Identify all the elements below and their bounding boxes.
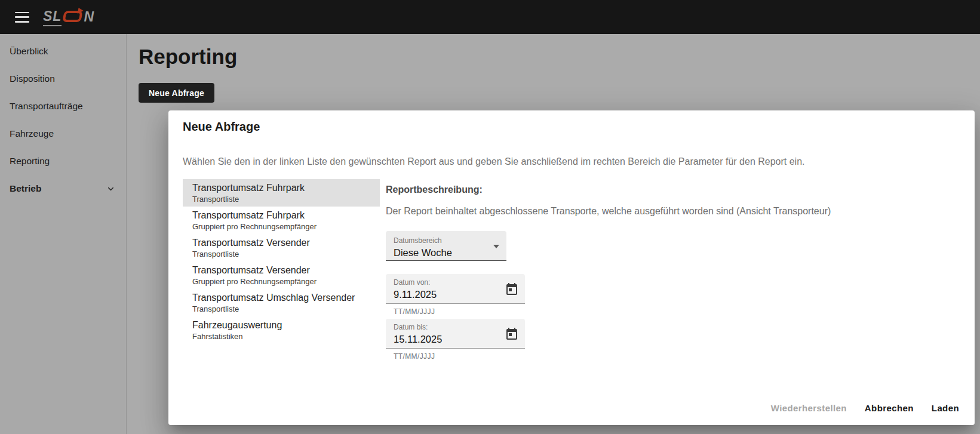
- caret-down-icon: [493, 245, 499, 248]
- date-to-value: 15.11.2025: [394, 333, 499, 346]
- report-item-title: Transportumsatz Umschlag Versender: [192, 291, 370, 304]
- sidebar-item[interactable]: Transportaufträge: [0, 93, 126, 120]
- report-list-item[interactable]: Fahrzeugauswertung Fahrstatistiken: [183, 316, 380, 344]
- sidebar-item[interactable]: Betrieb: [0, 175, 126, 202]
- sidebar-nav: Überblick Disposition Transportaufträge: [0, 34, 127, 434]
- report-item-title: Transportumsatz Versender: [192, 236, 370, 250]
- sidebar-item[interactable]: Überblick: [0, 38, 126, 65]
- sidebar-item[interactable]: Fahrzeuge: [0, 120, 126, 147]
- circular-arrow-logo-icon: [63, 11, 83, 22]
- dialog-title: Neue Abfrage: [168, 110, 975, 134]
- date-to-label: Datum bis:: [394, 323, 499, 331]
- sidebar-item-label: Überblick: [10, 46, 48, 57]
- report-list-item[interactable]: Transportumsatz Umschlag Versender Trans…: [183, 289, 380, 316]
- brand-logo-text-right: N: [84, 9, 94, 25]
- report-item-title: Fahrzeugauswertung: [192, 318, 370, 332]
- brand-logo: SL N: [43, 8, 94, 26]
- sidebar-item-label: Betrieb: [10, 183, 41, 194]
- report-item-title: Transportumsatz Fuhrpark: [192, 208, 370, 222]
- date-from-label: Datum von:: [394, 278, 499, 287]
- report-description-heading: Reportbeschreibung:: [386, 183, 960, 196]
- date-from-format-hint: TT/MM/JJJJ: [394, 307, 960, 316]
- sidebar-item-label: Fahrzeuge: [10, 128, 54, 139]
- sidebar-item-label: Reporting: [10, 156, 50, 167]
- brand-logo-text-left: SL: [43, 8, 62, 26]
- sidebar-item-label: Transportaufträge: [10, 101, 83, 112]
- report-parameters-panel: Reportbeschreibung: Der Report beinhalte…: [386, 179, 960, 361]
- date-from-value: 9.11.2025: [394, 288, 499, 301]
- report-description-text: Der Report beinhaltet abgeschlossene Tra…: [386, 205, 960, 218]
- date-range-value: Diese Woche: [394, 247, 489, 259]
- menu-icon[interactable]: [15, 12, 29, 23]
- load-button[interactable]: Laden: [926, 398, 965, 418]
- report-list-item[interactable]: Transportumsatz Versender Gruppiert pro …: [183, 261, 380, 289]
- new-query-dialog: Neue Abfrage Wählen Sie den in der linke…: [168, 110, 975, 425]
- report-item-subtitle: Transportliste: [192, 250, 370, 259]
- report-list: Transportumsatz Fuhrpark Transportliste …: [183, 179, 380, 361]
- report-list-item[interactable]: Transportumsatz Fuhrpark Transportliste: [183, 179, 380, 207]
- app-bar: SL N: [0, 0, 980, 34]
- report-item-subtitle: Transportliste: [192, 304, 370, 314]
- application-window: SL N Überblick Disposition: [0, 0, 980, 434]
- sidebar-item[interactable]: Reporting: [0, 147, 126, 175]
- report-item-title: Transportumsatz Versender: [192, 263, 370, 277]
- dialog-instructions: Wählen Sie den in der linken Liste den g…: [183, 155, 960, 168]
- report-item-subtitle: Gruppiert pro Rechnungsempfänger: [192, 222, 370, 232]
- date-to-field[interactable]: Datum bis: 15.11.2025: [386, 319, 525, 349]
- cancel-button[interactable]: Abbrechen: [859, 398, 920, 418]
- calendar-icon[interactable]: [504, 282, 520, 297]
- report-list-item[interactable]: Transportumsatz Fuhrpark Gruppiert pro R…: [183, 207, 380, 234]
- report-item-subtitle: Transportliste: [192, 195, 370, 204]
- chevron-down-icon: [106, 184, 115, 193]
- calendar-icon[interactable]: [504, 327, 520, 342]
- dialog-actions: Wiederherstellen Abbrechen Laden: [765, 398, 965, 418]
- sidebar-item-label: Disposition: [10, 73, 55, 84]
- date-from-field[interactable]: Datum von: 9.11.2025: [386, 274, 525, 304]
- new-query-button[interactable]: Neue Abfrage: [139, 83, 214, 103]
- report-item-subtitle: Gruppiert pro Rechnungsempfänger: [192, 277, 370, 287]
- report-item-subtitle: Fahrstatistiken: [192, 332, 370, 341]
- dialog-body: Transportumsatz Fuhrpark Transportliste …: [168, 179, 975, 361]
- report-item-title: Transportumsatz Fuhrpark: [192, 181, 370, 195]
- report-list-item[interactable]: Transportumsatz Versender Transportliste: [183, 234, 380, 261]
- sidebar-item[interactable]: Disposition: [0, 65, 126, 93]
- page-title: Reporting: [139, 45, 237, 69]
- date-range-label: Datumsbereich: [394, 236, 489, 245]
- date-to-format-hint: TT/MM/JJJJ: [394, 352, 960, 361]
- restore-button: Wiederherstellen: [765, 398, 853, 418]
- date-range-select[interactable]: Datumsbereich Diese Woche: [386, 231, 506, 261]
